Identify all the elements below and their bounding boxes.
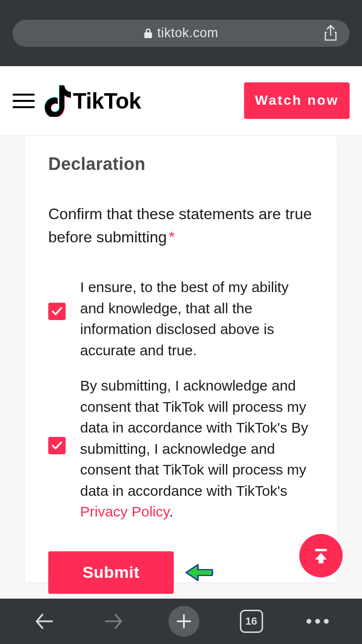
privacy-policy-link[interactable]: Privacy Policy xyxy=(80,504,169,519)
dots-horizontal-icon xyxy=(306,619,329,624)
tiktok-wordmark: TikTok xyxy=(73,88,141,114)
browser-toolbar: 16 xyxy=(0,599,362,644)
content-area: Declaration Confirm that these statement… xyxy=(0,136,362,599)
address-bar[interactable]: tiktok.com xyxy=(13,20,349,47)
declaration-item-2: By submitting, I acknowledge and consent… xyxy=(48,375,314,522)
svg-rect-0 xyxy=(315,549,327,551)
tiktok-note-icon xyxy=(44,85,71,117)
checkbox-1[interactable] xyxy=(48,303,66,320)
site-header: TikTok Watch now xyxy=(0,66,362,136)
declaration-title: Declaration xyxy=(48,154,314,174)
tiktok-logo[interactable]: TikTok xyxy=(44,85,141,117)
check-icon xyxy=(52,441,62,450)
tab-count: 16 xyxy=(245,615,257,628)
declaration-card: Declaration Confirm that these statement… xyxy=(25,136,337,582)
browser-address-bar-region: tiktok.com xyxy=(0,0,362,66)
browser-forward-button[interactable] xyxy=(99,607,128,636)
submit-button[interactable]: Submit xyxy=(48,551,174,594)
browser-back-button[interactable] xyxy=(30,607,59,636)
checkbox-2[interactable] xyxy=(48,437,66,454)
declaration-item-2-text: By submitting, I acknowledge and consent… xyxy=(80,375,314,522)
arrow-up-icon xyxy=(311,546,331,565)
browser-menu-button[interactable] xyxy=(303,607,332,636)
lock-icon xyxy=(144,28,153,39)
declaration-item-1: I ensure, to the best of my ability and … xyxy=(48,277,314,361)
watch-now-button[interactable]: Watch now xyxy=(244,83,349,119)
share-icon[interactable] xyxy=(323,25,338,42)
scroll-to-top-button[interactable] xyxy=(299,534,343,577)
plus-icon xyxy=(176,613,192,630)
browser-tabs-button[interactable]: 16 xyxy=(240,610,263,633)
confirm-statement: Confirm that these statements are true b… xyxy=(48,202,314,249)
annotation-arrow-icon xyxy=(184,560,214,585)
check-icon xyxy=(52,307,62,316)
url-text: tiktok.com xyxy=(157,26,219,41)
arrow-right-icon xyxy=(103,611,124,632)
arrow-left-icon xyxy=(34,611,55,632)
declaration-item-1-text: I ensure, to the best of my ability and … xyxy=(80,277,314,361)
browser-new-tab-button[interactable] xyxy=(168,606,199,637)
hamburger-menu-icon[interactable] xyxy=(13,90,35,112)
required-asterisk: * xyxy=(168,228,174,246)
